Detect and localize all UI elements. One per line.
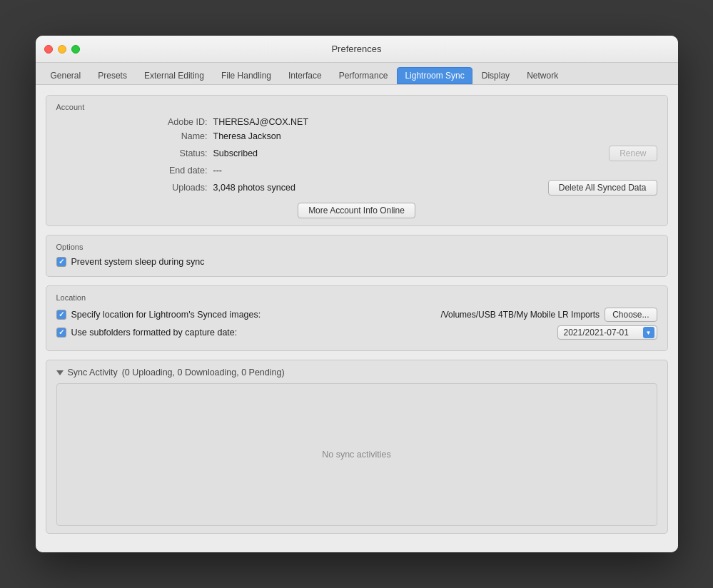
tab-network[interactable]: Network xyxy=(519,67,566,84)
sync-activity-section: Sync Activity (0 Uploading, 0 Downloadin… xyxy=(46,360,668,534)
end-date-value: --- xyxy=(213,166,515,176)
tab-performance[interactable]: Performance xyxy=(331,67,396,84)
subfolders-row: ✓ Use subfolders formatted by capture da… xyxy=(56,325,657,340)
no-sync-message: No sync activities xyxy=(322,450,391,460)
sync-activity-header: Sync Activity (0 Uploading, 0 Downloadin… xyxy=(56,368,657,377)
choose-location-button[interactable]: Choose... xyxy=(605,308,657,322)
minimize-button[interactable] xyxy=(58,45,66,54)
specify-location-row: ✓ Specify location for Lightroom's Synce… xyxy=(56,308,657,322)
tab-external-editing[interactable]: External Editing xyxy=(136,67,212,84)
end-date-label: End date: xyxy=(99,166,213,176)
window-title: Preferences xyxy=(331,44,381,54)
tabs-bar: General Presets External Editing File Ha… xyxy=(36,63,678,85)
specify-location-label: Specify location for Lightroom's Synced … xyxy=(71,310,261,320)
title-bar: Preferences xyxy=(36,36,678,63)
delete-synced-data-button[interactable]: Delete All Synced Data xyxy=(548,180,657,196)
date-format-select-wrapper: 2021/2021-07-01 xyxy=(557,325,657,340)
more-account-info-button[interactable]: More Account Info Online xyxy=(298,203,415,218)
uploads-label: Uploads: xyxy=(99,183,213,193)
adobe-id-value: THERESAJ@COX.NET xyxy=(213,117,515,127)
prevent-sleep-checkbox[interactable]: ✓ xyxy=(56,257,66,267)
tab-general[interactable]: General xyxy=(43,67,89,84)
checkmark-icon: ✓ xyxy=(59,311,64,318)
renew-button: Renew xyxy=(609,146,657,161)
tab-lightroom-sync[interactable]: Lightroom Sync xyxy=(397,67,472,84)
date-format-select[interactable]: 2021/2021-07-01 xyxy=(557,325,657,340)
prevent-sleep-label: Prevent system sleep during sync xyxy=(71,257,205,267)
name-label: Name: xyxy=(99,131,213,141)
status-label: Status: xyxy=(99,148,213,158)
more-account-row: More Account Info Online xyxy=(56,203,657,218)
location-section-title: Location xyxy=(56,293,657,302)
prevent-sleep-row: ✓ Prevent system sleep during sync xyxy=(56,257,657,267)
specify-location-checkbox[interactable]: ✓ xyxy=(56,310,66,320)
options-section: Options ✓ Prevent system sleep during sy… xyxy=(46,235,668,277)
traffic-lights xyxy=(44,45,80,54)
maximize-button[interactable] xyxy=(71,45,80,54)
sync-activity-title: Sync Activity xyxy=(68,368,118,377)
sync-activity-status: (0 Uploading, 0 Downloading, 0 Pending) xyxy=(122,368,285,377)
uploads-value: 3,048 photos synced xyxy=(213,183,515,193)
subfolders-checkbox[interactable]: ✓ xyxy=(56,328,66,338)
collapse-triangle-icon[interactable] xyxy=(56,370,64,375)
location-section: Location ✓ Specify location for Lightroo… xyxy=(46,285,668,351)
content-area: Account Adobe ID: THERESAJ@COX.NET Name:… xyxy=(36,85,678,552)
account-section-title: Account xyxy=(56,103,657,111)
checkmark-icon: ✓ xyxy=(59,329,64,336)
tab-file-handling[interactable]: File Handling xyxy=(213,67,279,84)
adobe-id-label: Adobe ID: xyxy=(99,117,213,127)
account-grid: Adobe ID: THERESAJ@COX.NET Name: Theresa… xyxy=(56,117,657,196)
sync-activity-area: No sync activities xyxy=(56,383,657,526)
checkmark-icon: ✓ xyxy=(59,258,64,265)
date-select-wrapper: 2021/2021-07-01 xyxy=(557,325,657,340)
subfolders-label: Use subfolders formatted by capture date… xyxy=(71,328,238,338)
preferences-window: Preferences General Presets External Edi… xyxy=(36,36,678,552)
status-value: Subscribed xyxy=(213,148,515,158)
options-section-title: Options xyxy=(56,243,657,251)
tab-interface[interactable]: Interface xyxy=(280,67,330,84)
tab-presets[interactable]: Presets xyxy=(90,67,135,84)
tab-display[interactable]: Display xyxy=(474,67,517,84)
name-value: Theresa Jackson xyxy=(213,131,515,141)
account-section: Account Adobe ID: THERESAJ@COX.NET Name:… xyxy=(46,95,668,226)
location-path: /Volumes/USB 4TB/My Mobile LR Imports xyxy=(440,310,600,320)
close-button[interactable] xyxy=(44,45,53,54)
